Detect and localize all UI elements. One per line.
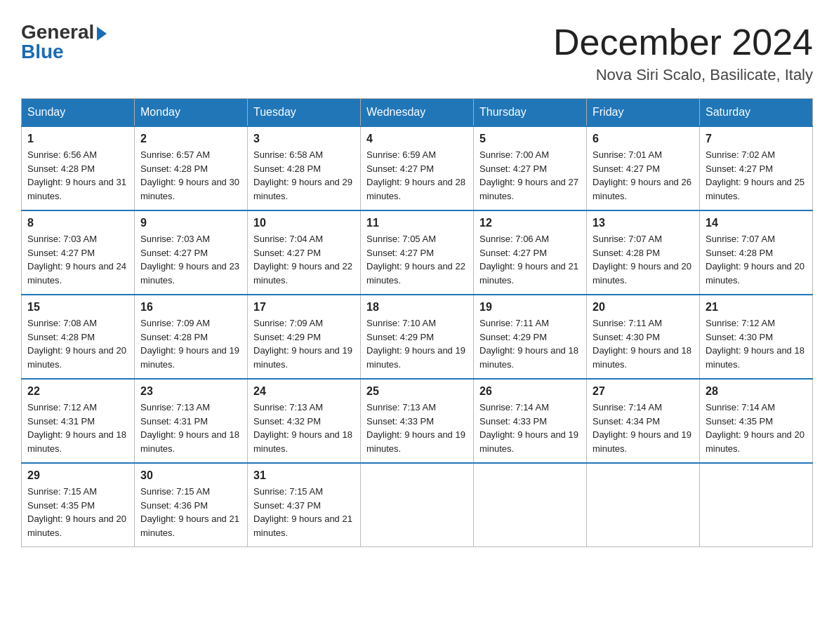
day-info: Sunrise: 6:58 AMSunset: 4:28 PMDaylight:… (253, 148, 355, 203)
calendar-cell: 1Sunrise: 6:56 AMSunset: 4:28 PMDaylight… (22, 126, 135, 210)
calendar-cell: 12Sunrise: 7:06 AMSunset: 4:27 PMDayligh… (474, 210, 587, 295)
day-number: 14 (706, 217, 807, 229)
logo-arrow-icon (97, 27, 107, 41)
day-number: 4 (366, 133, 468, 145)
day-info: Sunrise: 7:12 AMSunset: 4:31 PMDaylight:… (27, 401, 128, 455)
calendar-cell: 20Sunrise: 7:11 AMSunset: 4:30 PMDayligh… (587, 295, 700, 379)
day-number: 8 (27, 217, 128, 229)
day-number: 13 (593, 217, 694, 229)
day-info: Sunrise: 6:59 AMSunset: 4:27 PMDaylight:… (366, 148, 468, 203)
day-number: 25 (366, 385, 468, 398)
day-number: 6 (593, 133, 694, 145)
day-info: Sunrise: 7:14 AMSunset: 4:34 PMDaylight:… (593, 401, 694, 455)
day-info: Sunrise: 7:11 AMSunset: 4:29 PMDaylight:… (479, 316, 581, 371)
calendar-cell: 8Sunrise: 7:03 AMSunset: 4:27 PMDaylight… (22, 210, 135, 295)
day-info: Sunrise: 7:15 AMSunset: 4:37 PMDaylight:… (253, 485, 355, 539)
day-number: 20 (593, 301, 694, 314)
calendar-cell (361, 463, 474, 547)
calendar-cell: 22Sunrise: 7:12 AMSunset: 4:31 PMDayligh… (22, 379, 135, 463)
calendar-cell: 4Sunrise: 6:59 AMSunset: 4:27 PMDaylight… (361, 126, 474, 210)
day-number: 29 (27, 469, 128, 482)
calendar-cell: 16Sunrise: 7:09 AMSunset: 4:28 PMDayligh… (135, 295, 248, 379)
day-info: Sunrise: 7:14 AMSunset: 4:33 PMDaylight:… (479, 401, 581, 455)
day-info: Sunrise: 7:11 AMSunset: 4:30 PMDaylight:… (593, 316, 694, 371)
calendar-cell: 9Sunrise: 7:03 AMSunset: 4:27 PMDaylight… (135, 210, 248, 295)
day-number: 27 (593, 385, 694, 398)
day-info: Sunrise: 7:09 AMSunset: 4:29 PMDaylight:… (253, 316, 355, 371)
calendar-cell: 30Sunrise: 7:15 AMSunset: 4:36 PMDayligh… (135, 463, 248, 547)
week-row-3: 15Sunrise: 7:08 AMSunset: 4:28 PMDayligh… (22, 295, 813, 379)
day-number: 15 (27, 301, 128, 314)
calendar-cell: 3Sunrise: 6:58 AMSunset: 4:28 PMDaylight… (248, 126, 361, 210)
page-header: General Blue December 2024 Nova Siri Sca… (21, 21, 813, 84)
day-number: 17 (253, 301, 355, 314)
week-row-5: 29Sunrise: 7:15 AMSunset: 4:35 PMDayligh… (22, 463, 813, 547)
logo-blue-text: Blue (21, 41, 64, 63)
day-number: 26 (479, 385, 581, 398)
calendar-cell (474, 463, 587, 547)
calendar-cell: 23Sunrise: 7:13 AMSunset: 4:31 PMDayligh… (135, 379, 248, 463)
day-info: Sunrise: 7:13 AMSunset: 4:32 PMDaylight:… (253, 401, 355, 455)
day-info: Sunrise: 7:02 AMSunset: 4:27 PMDaylight:… (706, 148, 807, 203)
col-header-tuesday: Tuesday (248, 99, 361, 127)
location-title: Nova Siri Scalo, Basilicate, Italy (553, 66, 813, 84)
day-number: 23 (140, 385, 241, 398)
calendar-cell: 24Sunrise: 7:13 AMSunset: 4:32 PMDayligh… (248, 379, 361, 463)
calendar-cell: 31Sunrise: 7:15 AMSunset: 4:37 PMDayligh… (248, 463, 361, 547)
title-section: December 2024 Nova Siri Scalo, Basilicat… (553, 21, 813, 84)
calendar-cell: 19Sunrise: 7:11 AMSunset: 4:29 PMDayligh… (474, 295, 587, 379)
calendar-cell: 27Sunrise: 7:14 AMSunset: 4:34 PMDayligh… (587, 379, 700, 463)
week-row-4: 22Sunrise: 7:12 AMSunset: 4:31 PMDayligh… (22, 379, 813, 463)
day-number: 9 (140, 217, 241, 229)
day-info: Sunrise: 6:57 AMSunset: 4:28 PMDaylight:… (140, 148, 241, 203)
col-header-wednesday: Wednesday (361, 99, 474, 127)
day-info: Sunrise: 7:00 AMSunset: 4:27 PMDaylight:… (479, 148, 581, 203)
calendar-cell: 17Sunrise: 7:09 AMSunset: 4:29 PMDayligh… (248, 295, 361, 379)
day-info: Sunrise: 7:06 AMSunset: 4:27 PMDaylight:… (479, 232, 581, 287)
day-number: 31 (253, 469, 355, 482)
calendar-cell: 5Sunrise: 7:00 AMSunset: 4:27 PMDaylight… (474, 126, 587, 210)
day-number: 7 (706, 133, 807, 145)
calendar-cell: 21Sunrise: 7:12 AMSunset: 4:30 PMDayligh… (700, 295, 813, 379)
calendar-cell: 18Sunrise: 7:10 AMSunset: 4:29 PMDayligh… (361, 295, 474, 379)
calendar-cell: 11Sunrise: 7:05 AMSunset: 4:27 PMDayligh… (361, 210, 474, 295)
day-info: Sunrise: 7:14 AMSunset: 4:35 PMDaylight:… (706, 401, 807, 455)
day-info: Sunrise: 7:13 AMSunset: 4:31 PMDaylight:… (140, 401, 241, 455)
day-number: 24 (253, 385, 355, 398)
day-number: 10 (253, 217, 355, 229)
day-info: Sunrise: 7:07 AMSunset: 4:28 PMDaylight:… (706, 232, 807, 287)
day-info: Sunrise: 7:15 AMSunset: 4:36 PMDaylight:… (140, 485, 241, 539)
calendar-cell: 13Sunrise: 7:07 AMSunset: 4:28 PMDayligh… (587, 210, 700, 295)
day-info: Sunrise: 7:13 AMSunset: 4:33 PMDaylight:… (366, 401, 468, 455)
calendar-cell: 28Sunrise: 7:14 AMSunset: 4:35 PMDayligh… (700, 379, 813, 463)
day-number: 18 (366, 301, 468, 314)
col-header-thursday: Thursday (474, 99, 587, 127)
day-number: 21 (706, 301, 807, 314)
calendar-cell (587, 463, 700, 547)
week-row-2: 8Sunrise: 7:03 AMSunset: 4:27 PMDaylight… (22, 210, 813, 295)
day-number: 5 (479, 133, 581, 145)
day-number: 3 (253, 133, 355, 145)
day-info: Sunrise: 7:15 AMSunset: 4:35 PMDaylight:… (27, 485, 128, 539)
day-number: 30 (140, 469, 241, 482)
day-info: Sunrise: 7:12 AMSunset: 4:30 PMDaylight:… (706, 316, 807, 371)
day-number: 22 (27, 385, 128, 398)
day-number: 1 (27, 133, 128, 145)
day-number: 28 (706, 385, 807, 398)
day-number: 12 (479, 217, 581, 229)
calendar-cell: 29Sunrise: 7:15 AMSunset: 4:35 PMDayligh… (22, 463, 135, 547)
calendar-cell: 7Sunrise: 7:02 AMSunset: 4:27 PMDaylight… (700, 126, 813, 210)
calendar-table: SundayMondayTuesdayWednesdayThursdayFrid… (21, 98, 813, 547)
calendar-cell: 25Sunrise: 7:13 AMSunset: 4:33 PMDayligh… (361, 379, 474, 463)
day-info: Sunrise: 7:07 AMSunset: 4:28 PMDaylight:… (593, 232, 694, 287)
header-row: SundayMondayTuesdayWednesdayThursdayFrid… (22, 99, 813, 127)
calendar-cell (700, 463, 813, 547)
col-header-saturday: Saturday (700, 99, 813, 127)
month-title: December 2024 (553, 21, 813, 63)
day-info: Sunrise: 7:04 AMSunset: 4:27 PMDaylight:… (253, 232, 355, 287)
calendar-cell: 6Sunrise: 7:01 AMSunset: 4:27 PMDaylight… (587, 126, 700, 210)
calendar-cell: 2Sunrise: 6:57 AMSunset: 4:28 PMDaylight… (135, 126, 248, 210)
day-number: 19 (479, 301, 581, 314)
calendar-cell: 14Sunrise: 7:07 AMSunset: 4:28 PMDayligh… (700, 210, 813, 295)
calendar-cell: 10Sunrise: 7:04 AMSunset: 4:27 PMDayligh… (248, 210, 361, 295)
